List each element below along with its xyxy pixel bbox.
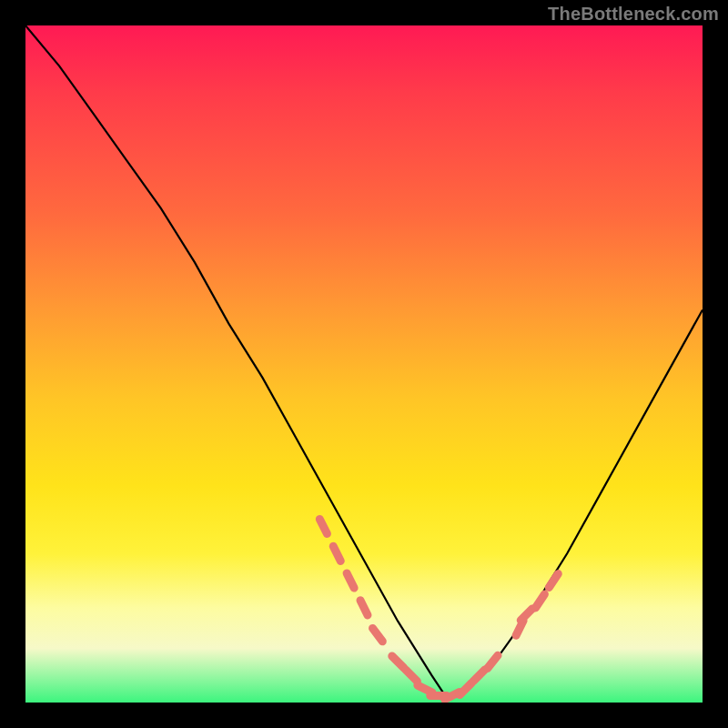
- marker-dash: [473, 670, 485, 682]
- marker-dash: [521, 609, 532, 621]
- marker-dash: [360, 601, 368, 615]
- marker-dash: [319, 520, 327, 534]
- bottleneck-curve: [25, 25, 703, 696]
- chart-frame: TheBottleneck.com: [0, 0, 728, 728]
- marker-dash: [406, 670, 418, 682]
- marker-dash: [333, 546, 340, 561]
- marker-dash: [535, 594, 544, 608]
- plot-area: [25, 25, 703, 703]
- watermark-text: TheBottleneck.com: [548, 4, 719, 25]
- marker-dash: [549, 574, 558, 588]
- marker-dash: [460, 683, 471, 695]
- curve-svg: [25, 25, 703, 703]
- marker-dash: [347, 573, 354, 588]
- marker-dash: [373, 628, 383, 641]
- marker-dash: [418, 685, 432, 693]
- marker-dash: [488, 655, 498, 668]
- marker-dash: [392, 656, 404, 668]
